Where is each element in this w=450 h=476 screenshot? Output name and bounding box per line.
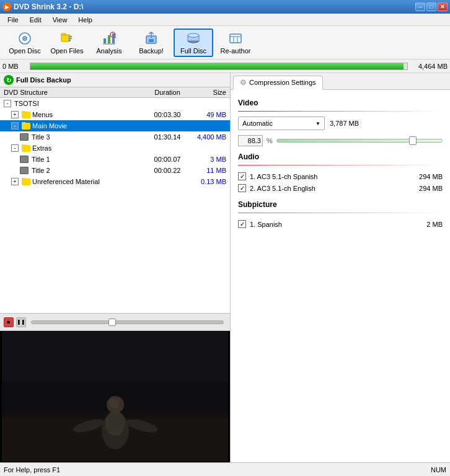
- tree-item-unreferenced[interactable]: + Unreferenced Material 0.13 MB: [0, 176, 230, 187]
- playback-slider[interactable]: [31, 320, 224, 324]
- maximize-button[interactable]: □: [426, 2, 436, 11]
- pause-button[interactable]: ❚❚: [16, 317, 26, 327]
- open-disc-button[interactable]: Open Disc: [5, 29, 45, 57]
- svg-line-13: [115, 37, 116, 38]
- num-lock-indicator: NUM: [431, 466, 446, 474]
- dropdown-arrow-icon: ▼: [315, 121, 320, 126]
- menus-duration: 00:03.30: [146, 111, 189, 118]
- audio-2-checkbox[interactable]: ✓: [238, 184, 246, 192]
- compression-pct-input[interactable]: [238, 135, 263, 146]
- tree-item-title3[interactable]: Title 3 01:30.14 4,400 MB: [0, 131, 230, 143]
- svg-rect-10: [112, 33, 115, 43]
- sub-1-size: 2 MB: [412, 221, 443, 228]
- full-disc-button[interactable]: Full Disc: [174, 29, 213, 57]
- compression-row: %: [238, 135, 443, 146]
- tree-item-extras[interactable]: - Extras: [0, 143, 230, 154]
- backup-header-icon: ↻: [4, 75, 14, 85]
- title1-size: 3 MB: [189, 156, 226, 163]
- video-content: [2, 332, 228, 462]
- svg-point-33: [109, 399, 119, 408]
- toolbar: Open Disc Open Files Analys: [0, 26, 450, 60]
- help-text: For Help, press F1: [4, 466, 60, 474]
- menus-label: Menus: [32, 111, 53, 118]
- right-panel: ⚙ Compression Settings Video Automatic ▼…: [231, 73, 450, 462]
- menu-edit[interactable]: Edit: [25, 15, 46, 25]
- video-divider: [238, 111, 443, 112]
- open-disc-icon: [17, 31, 32, 46]
- menu-view[interactable]: View: [48, 15, 73, 25]
- player-area: ■ ❚❚: [0, 314, 230, 462]
- svg-rect-16: [149, 39, 154, 42]
- full-disc-label: Full Disc: [180, 47, 206, 55]
- tree-item-tsotsi[interactable]: - TSOTSI: [0, 98, 230, 109]
- audio-item-1: ✓ 1. AC3 5.1-ch Spanish 294 MB: [238, 170, 443, 182]
- close-button[interactable]: ✕: [438, 2, 448, 11]
- menu-help[interactable]: Help: [73, 15, 97, 25]
- audio-1-checkbox[interactable]: ✓: [238, 172, 246, 180]
- progress-bar-fill: [30, 63, 404, 69]
- minimize-button[interactable]: ─: [415, 2, 425, 11]
- tree-column-headers: DVD Structure Duration Size: [0, 87, 230, 98]
- menu-file[interactable]: File: [2, 15, 24, 25]
- expand-extras[interactable]: -: [11, 144, 19, 152]
- tree-item-title1[interactable]: Title 1 00:00.07 3 MB: [0, 154, 230, 165]
- video-mode-dropdown[interactable]: Automatic ▼: [238, 117, 325, 130]
- backup-header: ↻ Full Disc Backup: [0, 73, 230, 87]
- tab-bar: ⚙ Compression Settings: [231, 73, 450, 90]
- window-title: DVD Shrink 3.2 - D:\: [14, 2, 84, 11]
- compression-slider-thumb[interactable]: [409, 136, 417, 145]
- tree-item-menus[interactable]: + Menus 00:03.30 49 MB: [0, 109, 230, 120]
- main-movie-label: Main Movie: [32, 122, 67, 130]
- title2-size: 11 MB: [189, 167, 226, 174]
- player-controls: ■ ❚❚: [0, 314, 230, 331]
- progress-label-right: 4,464 MB: [410, 63, 448, 70]
- compression-tab[interactable]: ⚙ Compression Settings: [233, 76, 323, 90]
- svg-rect-4: [61, 33, 66, 35]
- subpicture-item-1: ✓ 1. Spanish 2 MB: [238, 218, 443, 230]
- progress-label-left: 0 MB: [2, 63, 27, 70]
- backup-icon: [144, 31, 159, 46]
- audio-item-2: ✓ 2. AC3 5.1-ch English 294 MB: [238, 182, 443, 194]
- expand-unreferenced[interactable]: +: [11, 178, 19, 185]
- backup-label: Backup!: [139, 47, 164, 55]
- progress-area: 0 MB 4,464 MB: [0, 60, 450, 73]
- open-files-button[interactable]: Open Files: [47, 29, 87, 57]
- svg-point-19: [188, 33, 199, 37]
- video-section-header: Video: [238, 99, 443, 107]
- expand-tsotsi[interactable]: -: [4, 100, 11, 107]
- compression-tab-label: Compression Settings: [249, 79, 316, 86]
- pct-symbol: %: [267, 137, 273, 144]
- window-controls: ─ □ ✕: [415, 2, 448, 11]
- backup-button[interactable]: Backup!: [131, 29, 171, 57]
- sub-1-checkbox[interactable]: ✓: [238, 220, 246, 228]
- menu-bar: File Edit View Help: [0, 14, 450, 26]
- app-icon: ▶: [2, 2, 11, 11]
- svg-point-2: [24, 37, 26, 39]
- subpicture-divider: [238, 213, 443, 213]
- main-content: ↻ Full Disc Backup DVD Structure Duratio…: [0, 73, 450, 462]
- title3-size: 4,400 MB: [189, 133, 226, 141]
- open-disc-label: Open Disc: [9, 47, 40, 55]
- open-files-icon: [60, 31, 74, 46]
- compression-content: Video Automatic ▼ 3,787 MB % Audio: [231, 90, 450, 462]
- re-author-button[interactable]: Re-author: [216, 29, 255, 57]
- title2-film-icon: [20, 167, 29, 174]
- title1-duration: 00:00.07: [146, 156, 189, 163]
- stop-button[interactable]: ■: [4, 317, 14, 327]
- title3-film-icon: [20, 133, 29, 141]
- unreferenced-size: 0.13 MB: [189, 178, 226, 185]
- menus-size: 49 MB: [189, 111, 226, 118]
- audio-section-header: Audio: [238, 152, 443, 161]
- expand-main-movie[interactable]: -: [11, 122, 19, 130]
- playback-thumb[interactable]: [108, 319, 116, 326]
- tree-item-title2[interactable]: Title 2 00:00.22 11 MB: [0, 165, 230, 176]
- expand-menus[interactable]: +: [11, 111, 19, 118]
- tree-item-main-movie[interactable]: - Main Movie: [0, 120, 230, 131]
- audio-divider: [238, 165, 443, 165]
- analysis-button[interactable]: Analysis: [89, 29, 129, 57]
- compression-slider[interactable]: [276, 139, 443, 143]
- backup-header-label: Full Disc Backup: [16, 76, 71, 84]
- tree-area: ↻ Full Disc Backup DVD Structure Duratio…: [0, 73, 230, 314]
- subpicture-section-header: Subpicture: [238, 200, 443, 209]
- title3-label: Title 3: [32, 133, 50, 141]
